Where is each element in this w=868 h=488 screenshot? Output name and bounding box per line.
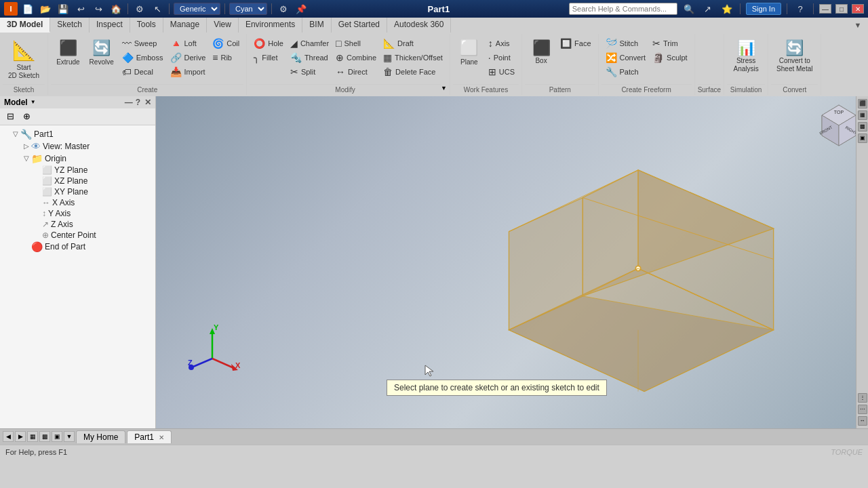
tree-item-end-of-part[interactable]: 🔴 End of Part xyxy=(0,241,155,253)
tab-3d-model[interactable]: 3D Model xyxy=(0,18,50,33)
shell-button[interactable]: □Shell xyxy=(333,37,379,50)
close-button[interactable]: ✕ xyxy=(852,4,864,14)
pin-btn[interactable]: 📌 xyxy=(294,2,309,16)
fillet-button[interactable]: ╮Fillet xyxy=(251,51,286,64)
mini-btn-4[interactable]: ▣ xyxy=(858,134,867,143)
mini-btn-bottom[interactable]: ⋮ xyxy=(858,393,867,403)
arrow-btn[interactable]: ↗ xyxy=(701,2,715,16)
tab-bim[interactable]: BIM xyxy=(302,18,331,33)
tree-item-part1[interactable]: ▽ 🔧 Part1 xyxy=(0,128,155,140)
star-btn[interactable]: ⭐ xyxy=(719,2,734,16)
new-btn[interactable]: 📄 xyxy=(20,2,35,16)
save-btn[interactable]: 💾 xyxy=(56,2,71,16)
help-btn[interactable]: ? xyxy=(793,2,808,16)
settings-btn[interactable]: ⚙ xyxy=(132,2,147,16)
delete-face-button[interactable]: 🗑Delete Face xyxy=(380,65,446,79)
mini-btn-2[interactable]: ▦ xyxy=(858,110,867,120)
patch-button[interactable]: 🔧Patch xyxy=(603,65,649,79)
derive-button[interactable]: 🔗Derive xyxy=(167,51,209,64)
axis-button[interactable]: ↕Axis xyxy=(486,37,517,50)
settings2-btn[interactable]: ⚙ xyxy=(276,2,291,16)
thread-button[interactable]: 🔩Thread xyxy=(288,51,332,64)
tabs-layout-3[interactable]: ▣ xyxy=(52,431,62,442)
ucs-button[interactable]: ⊞UCS xyxy=(486,65,517,79)
decal-button[interactable]: 🏷Decal xyxy=(119,65,166,79)
tab-get-started[interactable]: Get Started xyxy=(332,18,387,33)
panel-dropdown-arrow[interactable]: ▼ xyxy=(31,99,36,105)
mini-btn-3[interactable]: ▩ xyxy=(858,122,867,131)
tab-view[interactable]: View xyxy=(207,18,239,33)
tree-item-origin[interactable]: ▽ 📁 Origin xyxy=(0,152,155,165)
tree-item-x-axis[interactable]: ↔ X Axis xyxy=(0,197,155,208)
mini-btn-bottom2[interactable]: ⋯ xyxy=(858,405,867,414)
plane-button[interactable]: ⬜ Plane xyxy=(454,37,484,69)
coil-button[interactable]: 🌀Coil xyxy=(210,37,242,50)
trim-button[interactable]: ✂Trim xyxy=(650,37,690,50)
search-input[interactable] xyxy=(569,3,677,15)
stitch-button[interactable]: 🪡Stitch xyxy=(603,37,649,50)
point-button[interactable]: ·Point xyxy=(486,51,517,64)
view-master-expand-icon[interactable]: ▷ xyxy=(22,142,31,150)
tab-sketch[interactable]: Sketch xyxy=(50,18,90,33)
tab-environments[interactable]: Environments xyxy=(239,18,302,33)
part1-tab-close[interactable]: ✕ xyxy=(159,434,164,441)
tabs-new[interactable]: ▼ xyxy=(64,431,75,442)
sculpt-button[interactable]: 🗿Sculpt xyxy=(650,51,690,64)
mini-btn-bottom3[interactable]: ↔ xyxy=(858,416,867,426)
redo-btn[interactable]: ↪ xyxy=(91,2,106,16)
expand-all-btn[interactable]: ⊕ xyxy=(19,110,34,123)
part1-expand-icon[interactable]: ▽ xyxy=(11,130,20,138)
minimize-button[interactable]: — xyxy=(819,4,831,14)
search-btn[interactable]: 🔍 xyxy=(682,2,696,16)
style-dropdown[interactable]: Generic xyxy=(174,3,220,15)
emboss-button[interactable]: 🔷Emboss xyxy=(119,51,166,64)
sign-in-button[interactable]: Sign In xyxy=(746,3,781,15)
panel-help-btn[interactable]: ? xyxy=(136,98,140,107)
panel-close-btn[interactable]: ✕ xyxy=(144,98,151,107)
tab-tools[interactable]: Tools xyxy=(130,18,163,33)
tree-item-yz-plane[interactable]: ⬜ YZ Plane xyxy=(0,165,155,176)
sweep-button[interactable]: 〰Sweep xyxy=(119,37,166,50)
maximize-button[interactable]: □ xyxy=(835,4,848,14)
panel-minimize-btn[interactable]: — xyxy=(125,98,133,107)
tree-item-center-point[interactable]: ⊕ Center Point xyxy=(0,230,155,241)
tab-autodesk-360[interactable]: Autodesk 360 xyxy=(387,18,451,33)
box-button[interactable]: ⬛ Box xyxy=(526,37,556,68)
draft-button[interactable]: 📐Draft xyxy=(380,37,446,50)
tab-manage[interactable]: Manage xyxy=(163,18,207,33)
thicken-button[interactable]: ▦Thicken/Offset xyxy=(380,51,446,64)
import-button[interactable]: 📥Import xyxy=(167,65,209,79)
tab-inspect[interactable]: Inspect xyxy=(90,18,130,33)
filter-btn[interactable]: ⊟ xyxy=(3,110,18,123)
extrude-button[interactable]: ⬛ Extrude xyxy=(52,37,83,69)
convert-sheet-metal-button[interactable]: 🔄 Convert toSheet Metal xyxy=(772,37,816,76)
rib-button[interactable]: ≡Rib xyxy=(210,51,242,64)
tab-my-home[interactable]: My Home xyxy=(76,430,125,443)
tree-item-y-axis[interactable]: ↕ Y Axis xyxy=(0,208,155,219)
face-button[interactable]: 🔲Face xyxy=(557,37,593,50)
viewport[interactable]: Select plane to create sketch or an exis… xyxy=(156,96,868,428)
tree-item-z-axis[interactable]: ↗ Z Axis xyxy=(0,219,155,230)
tree-item-xz-plane[interactable]: ⬜ XZ Plane xyxy=(0,176,155,186)
convert-button[interactable]: 🔀Convert xyxy=(603,51,649,64)
stress-analysis-button[interactable]: 📊 StressAnalysis xyxy=(728,37,764,76)
ribbon-expand-btn[interactable]: ▼ xyxy=(850,18,865,32)
home-btn[interactable]: 🏠 xyxy=(108,2,123,16)
tabs-layout-1[interactable]: ▦ xyxy=(27,431,38,442)
tabs-scroll-left[interactable]: ◀ xyxy=(3,431,14,442)
hole-button[interactable]: ⭕Hole xyxy=(251,37,286,50)
tabs-layout-2[interactable]: ▩ xyxy=(39,431,50,442)
modify-dropdown[interactable]: ▼ xyxy=(441,85,447,92)
select-btn[interactable]: ↖ xyxy=(150,2,165,16)
loft-button[interactable]: 🔺Loft xyxy=(167,37,209,50)
origin-expand-icon[interactable]: ▽ xyxy=(22,155,31,162)
combine-button[interactable]: ⊕Combine xyxy=(333,51,379,64)
color-dropdown[interactable]: Cyan xyxy=(229,3,267,15)
direct-button[interactable]: ↔Direct xyxy=(333,65,379,79)
open-btn[interactable]: 📂 xyxy=(38,2,53,16)
split-button[interactable]: ✂Split xyxy=(288,65,332,79)
chamfer-button[interactable]: ◢Chamfer xyxy=(288,37,332,50)
tabs-scroll-right[interactable]: ▶ xyxy=(15,431,26,442)
mini-btn-1[interactable]: ⬛ xyxy=(858,99,867,108)
tree-item-xy-plane[interactable]: ⬜ XY Plane xyxy=(0,186,155,197)
